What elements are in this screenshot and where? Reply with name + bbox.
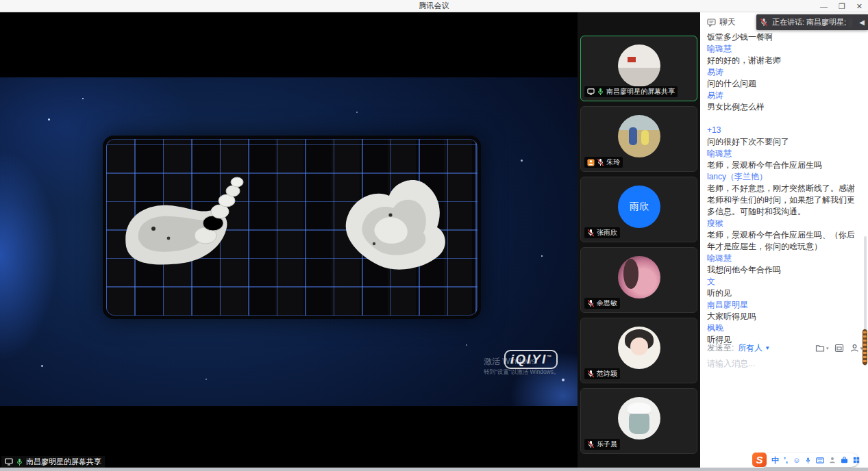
participant-thumbnail[interactable]: 朱玲	[580, 106, 697, 172]
collapse-arrow-icon[interactable]: ◀	[859, 18, 865, 26]
model-display-panel	[103, 136, 481, 319]
message-text: 饭堂多少钱一餐啊	[707, 31, 857, 43]
chat-panel: 聊天 饭堂多少钱一餐啊 喻璐慧 好的好的，谢谢老师 易涛 问的什么问题 易涛 男…	[700, 12, 868, 468]
sparkle-dot	[82, 98, 84, 99]
message-sender: lancy（李兰艳）	[707, 171, 857, 183]
participant-thumbnail[interactable]: 余思敏	[580, 247, 697, 313]
sogou-logo-icon[interactable]: S	[752, 453, 767, 467]
message-input[interactable]: 请输入消息...	[707, 358, 755, 370]
message-sender: 易涛	[707, 90, 857, 101]
screenshot-button[interactable]	[834, 344, 844, 353]
close-button[interactable]: ✕	[856, 0, 863, 12]
sparkle-dot	[356, 112, 358, 113]
chat-message: 易涛 问的什么问题	[707, 66, 857, 90]
participant-name: 张雨欣	[597, 228, 617, 238]
message-text: 我想问他今年合作吗	[707, 264, 857, 276]
mic-icon	[587, 299, 595, 307]
avatar	[618, 256, 660, 298]
message-sender: 喻璐慧	[707, 148, 857, 160]
avatar	[618, 44, 660, 87]
chat-message: 瘦猴 老师，景观桥今年合作应届生吗、（你后年才是应届生，你问的啥玩意）	[707, 218, 857, 253]
avatar	[618, 397, 660, 440]
participant-strip: 南昌廖明星的屏幕共享 朱玲 雨欣	[578, 12, 700, 468]
ime-keyboard-icon[interactable]	[816, 457, 824, 463]
participant-name: 南昌廖明星的屏幕共享	[606, 87, 675, 97]
message-sender: 文	[707, 276, 857, 288]
monitor-icon	[5, 458, 13, 466]
chat-message: 南昌廖明星 大家听得见吗	[707, 299, 857, 322]
send-to-label: 发送至:	[707, 342, 734, 354]
message-text: 好的好的，谢谢老师	[707, 55, 857, 66]
mic-icon	[587, 370, 595, 378]
participant-label: 张雨欣	[584, 227, 620, 238]
message-text: 大家听得见吗	[707, 311, 857, 322]
avatar: 雨欣	[618, 186, 660, 228]
participant-label: 朱玲	[584, 157, 623, 168]
participant-thumbnail[interactable]: 雨欣 张雨欣	[580, 177, 697, 242]
ime-toolbar: S 中 ’, ☺	[760, 453, 858, 467]
chevron-down-icon: ▼	[765, 345, 770, 351]
chat-message: 喻璐慧 我想问他今年合作吗	[707, 253, 857, 276]
chat-message: 饭堂多少钱一餐啊	[707, 31, 857, 43]
chat-message: +13 问的很好下次不要问了	[707, 125, 857, 148]
speaking-indicator-bar[interactable]: 正在讲话: 南昌廖明星; ◀	[756, 14, 868, 30]
titlebar: 腾讯会议 — ❐ ✕	[0, 0, 868, 12]
participant-label: 乐子晨	[584, 439, 620, 450]
sparkle-dot	[206, 379, 207, 380]
participant-name: 余思敏	[597, 298, 617, 308]
sparkle-dot	[466, 344, 467, 346]
ime-grid-icon[interactable]	[853, 457, 860, 463]
ime-punctuation-icon[interactable]: ’,	[784, 456, 788, 464]
window-controls: — ❐ ✕	[820, 0, 863, 12]
member-mention-button[interactable]: ▾	[850, 344, 863, 353]
participant-thumbnail[interactable]: 乐子晨	[580, 388, 697, 454]
striped-scrollbar-thumb[interactable]	[863, 329, 867, 365]
screen-share-area: 激活 Windows 转到“设置”以激活 Windows。 iQIYI™ 南昌廖…	[0, 12, 578, 468]
speaking-text: 正在讲话: 南昌廖明星;	[772, 17, 846, 27]
mic-icon	[587, 229, 595, 237]
raise-hand-icon	[587, 159, 595, 166]
chat-message: 文 听的见	[707, 276, 857, 299]
maximize-button[interactable]: ❐	[839, 0, 845, 12]
chat-tool-icons: ▾ ▾	[815, 344, 863, 353]
sparkle-dot	[562, 379, 565, 381]
sparkle-dot	[541, 255, 543, 257]
participant-label: 余思敏	[584, 298, 620, 309]
message-text: 听的见	[707, 288, 857, 299]
ime-toolbox-icon[interactable]	[841, 457, 848, 463]
participant-label: 范诗颖	[584, 368, 620, 379]
avatar	[618, 327, 660, 369]
participant-thumbnail[interactable]: 范诗颖	[580, 318, 697, 383]
sparkle-dot	[41, 365, 43, 367]
monitor-icon	[587, 88, 595, 95]
send-to-dropdown[interactable]: 所有人▼	[738, 342, 770, 354]
chat-history-button[interactable]: ▾	[815, 344, 829, 353]
ime-voice-icon[interactable]	[805, 457, 811, 464]
participant-thumbnail[interactable]: 南昌廖明星的屏幕共享	[580, 36, 697, 101]
chat-header-title: 聊天	[719, 16, 736, 28]
chat-message: 喻璐慧 好的好的，谢谢老师	[707, 43, 857, 66]
ime-language-mode[interactable]: 中	[771, 455, 779, 466]
message-sender: 易涛	[707, 66, 857, 78]
participant-name: 朱玲	[606, 157, 620, 167]
shared-video-frame: 激活 Windows 转到“设置”以激活 Windows。 iQIYI™	[0, 77, 578, 406]
ime-emoji-icon[interactable]: ☺	[793, 456, 800, 464]
iqiyi-logo: iQIYI™	[504, 350, 558, 369]
mic-icon	[587, 440, 595, 448]
minimize-button[interactable]: —	[820, 0, 828, 12]
participant-name: 范诗颖	[597, 369, 617, 379]
message-sender: 枫晚	[707, 322, 857, 334]
chat-message: 喻璐慧 老师，景观桥今年合作应届生吗	[707, 148, 857, 171]
send-to-row: 发送至: 所有人▼ ▾ ▾	[707, 342, 863, 354]
message-text: 男女比例怎么样	[707, 101, 857, 113]
chat-message: lancy（李兰艳） 老师，不好意思，刚才突然断线了。感谢老师和学生们的时间，如…	[707, 171, 857, 218]
window-title: 腾讯会议	[419, 1, 449, 11]
chat-message: 易涛 男女比例怎么样	[707, 90, 857, 113]
message-sender: 喻璐慧	[707, 43, 857, 55]
chat-message-list: 饭堂多少钱一餐啊 喻璐慧 好的好的，谢谢老师 易涛 问的什么问题 易涛 男女比例…	[700, 30, 864, 346]
message-sender: +13	[707, 125, 857, 136]
message-sender: 喻璐慧	[707, 253, 857, 264]
ime-account-icon[interactable]	[829, 457, 836, 463]
tencent-meeting-window: 腾讯会议 — ❐ ✕	[0, 0, 868, 471]
avatar	[618, 115, 660, 157]
